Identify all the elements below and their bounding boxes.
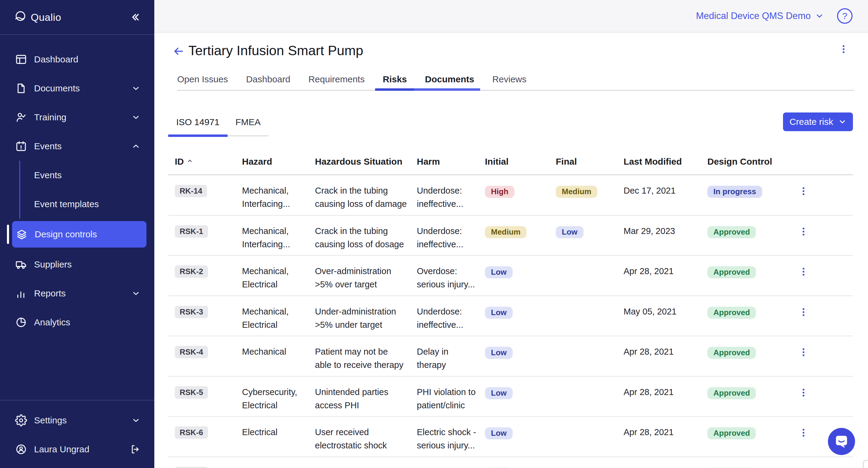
column-label: ID — [175, 156, 184, 167]
active-indicator — [7, 225, 9, 244]
harm-cell: Underdose: ineffective... — [417, 296, 485, 336]
final-risk-badge: Low — [556, 215, 624, 255]
design-control-status-badge: Approved — [707, 377, 786, 416]
analytics-icon — [15, 316, 27, 328]
sidebar-item-analytics[interactable]: Analytics — [0, 308, 154, 337]
sidebar-item-label: Design controls — [35, 229, 97, 239]
initial-risk-badge: Medium — [485, 215, 556, 255]
help-button[interactable]: ? — [837, 8, 853, 24]
column-header-harm[interactable]: Harm — [417, 156, 485, 167]
logout-icon[interactable] — [130, 444, 141, 455]
hazardous-situation-cell: Patient may not be able to receive thera… — [315, 336, 417, 376]
sidebar-item-reports[interactable]: Reports — [0, 279, 154, 308]
tab-risks[interactable]: Risks — [383, 70, 407, 90]
row-kebab-menu[interactable] — [786, 175, 853, 215]
last-modified-cell: Apr 28, 2021 — [624, 417, 707, 457]
tab-reviews[interactable]: Reviews — [492, 70, 526, 90]
sidebar-item-settings[interactable]: Settings — [0, 406, 154, 435]
row-kebab-menu[interactable] — [786, 457, 853, 468]
column-header-hazardous-situation[interactable]: Hazardous Situation — [315, 156, 417, 167]
sidebar-item-documents[interactable]: Documents — [0, 74, 154, 103]
last-modified-cell: Mar 29, 2023 — [624, 215, 707, 255]
hazard-cell: Mechanical, Electrical — [242, 256, 315, 295]
sidebar-footer: SettingsLaura Ungrad — [0, 400, 154, 464]
svg-text:?: ? — [842, 11, 847, 21]
page-title: Tertiary Infusion Smart Pump — [188, 43, 363, 59]
row-kebab-menu[interactable] — [786, 256, 853, 295]
collapse-sidebar-icon[interactable] — [130, 12, 141, 23]
row-kebab-menu[interactable] — [786, 215, 853, 255]
harm-cell: Delay in therapy — [417, 336, 485, 376]
brand-name: Qualio — [31, 11, 61, 23]
tab-documents[interactable]: Documents — [425, 70, 474, 90]
page-kebab-menu[interactable] — [838, 40, 849, 58]
sidebar-item-laura-ungrad[interactable]: Laura Ungrad — [0, 435, 154, 464]
risk-id-badge: RSK-1 — [168, 215, 242, 255]
sidebar-item-event-templates-sub[interactable]: Event templates — [0, 190, 154, 218]
harm-cell: Electric shock - serious injury... — [417, 417, 485, 457]
tab-dashboard[interactable]: Dashboard — [246, 70, 290, 90]
risk-row-rsk-5[interactable]: RSK-5Cybersecurity, ElectricalUnintended… — [168, 377, 853, 417]
risk-id-badge: RSK-5 — [168, 377, 242, 416]
column-header-last-modified[interactable]: Last Modified — [624, 156, 707, 167]
tab-open-issues[interactable]: Open Issues — [177, 70, 228, 90]
harm-cell: Underdose: ineffective... — [417, 215, 485, 255]
chat-icon — [833, 433, 850, 450]
workspace-switcher[interactable]: Medical Device QMS Demo — [696, 10, 824, 21]
sidebar-item-design-controls[interactable]: Design controls — [12, 221, 147, 247]
sidebar-item-events-sub[interactable]: Events — [0, 161, 154, 190]
tab-label: Requirements — [308, 74, 365, 84]
last-modified-cell: Apr 28, 2021 — [624, 377, 707, 416]
sidebar-item-label: Reports — [34, 288, 66, 298]
sidebar-item-label: Documents — [34, 83, 80, 93]
sidebar-item-training[interactable]: Training — [0, 103, 154, 132]
column-header-id[interactable]: ID — [168, 156, 242, 167]
hazardous-situation-cell: Unintended parties access PHI — [315, 377, 417, 416]
risk-row-rsk-7[interactable]: RSK-7LowApproved — [168, 457, 853, 468]
hazardous-situation-cell — [315, 457, 417, 468]
last-modified-cell: Apr 28, 2021 — [624, 256, 707, 295]
risk-row-rsk-6[interactable]: RSK-6ElectricalUser received electrostat… — [168, 417, 853, 457]
initial-risk-badge: Low — [485, 256, 556, 295]
risk-row-rsk-3[interactable]: RSK-3Mechanical, ElectricalUnder-adminis… — [168, 296, 853, 337]
risk-row-rsk-1[interactable]: RSK-1Mechanical, Interfacing...Crack in … — [168, 215, 853, 256]
subtab-label: ISO 14971 — [176, 117, 219, 127]
column-header-final[interactable]: Final — [556, 156, 624, 167]
subtab-iso-14971[interactable]: ISO 14971 — [168, 109, 227, 136]
harm-cell: Overdose: serious injury... — [417, 256, 485, 295]
row-kebab-menu[interactable] — [786, 377, 853, 416]
sidebar-item-label: Training — [34, 112, 66, 122]
column-header-initial[interactable]: Initial — [485, 156, 556, 167]
last-modified-cell: Apr 28, 2021 — [624, 336, 707, 376]
hazardous-situation-cell: Under-administration >5% under target — [315, 296, 417, 336]
create-risk-button[interactable]: Create risk — [783, 113, 853, 131]
harm-cell — [417, 457, 485, 468]
table-header-row: IDHazardHazardous SituationHarmInitialFi… — [168, 149, 853, 175]
sidebar-item-label: Dashboard — [34, 54, 79, 64]
qualio-logo-icon — [14, 10, 27, 24]
hazardous-situation-cell: Crack in the tubing causing loss of dosa… — [315, 215, 417, 255]
back-arrow-icon[interactable] — [172, 45, 185, 58]
sidebar-item-dashboard[interactable]: Dashboard — [0, 45, 154, 74]
chevron-down-icon — [131, 84, 141, 93]
row-kebab-menu[interactable] — [786, 336, 853, 376]
risk-row-rk-14[interactable]: RK-14Mechanical, Interfacing...Crack in … — [168, 175, 853, 215]
design-control-status-badge: Approved — [707, 336, 786, 376]
column-header-design-control[interactable]: Design Control — [707, 156, 786, 167]
tab-requirements[interactable]: Requirements — [308, 70, 365, 90]
sidebar-item-events[interactable]: Events — [0, 132, 154, 161]
chat-launcher-button[interactable] — [828, 428, 855, 455]
column-header-hazard[interactable]: Hazard — [242, 156, 315, 167]
risk-id-badge: RSK-7 — [168, 457, 242, 468]
active-tab-indicator — [375, 88, 415, 91]
subtab-fmea[interactable]: FMEA — [227, 109, 269, 136]
row-kebab-menu[interactable] — [786, 296, 853, 336]
sidebar-item-suppliers[interactable]: Suppliers — [0, 250, 154, 279]
design-control-status-badge: Approved — [707, 296, 786, 336]
risk-row-rsk-2[interactable]: RSK-2Mechanical, ElectricalOver-administ… — [168, 256, 853, 296]
tab-label: Open Issues — [177, 74, 228, 84]
risk-row-rsk-4[interactable]: RSK-4MechanicalPatient may not be able t… — [168, 336, 853, 377]
initial-risk-badge: High — [485, 175, 556, 215]
chevron-down-icon — [815, 11, 824, 21]
hazardous-situation-cell: Over-administration >5% over target — [315, 256, 417, 295]
